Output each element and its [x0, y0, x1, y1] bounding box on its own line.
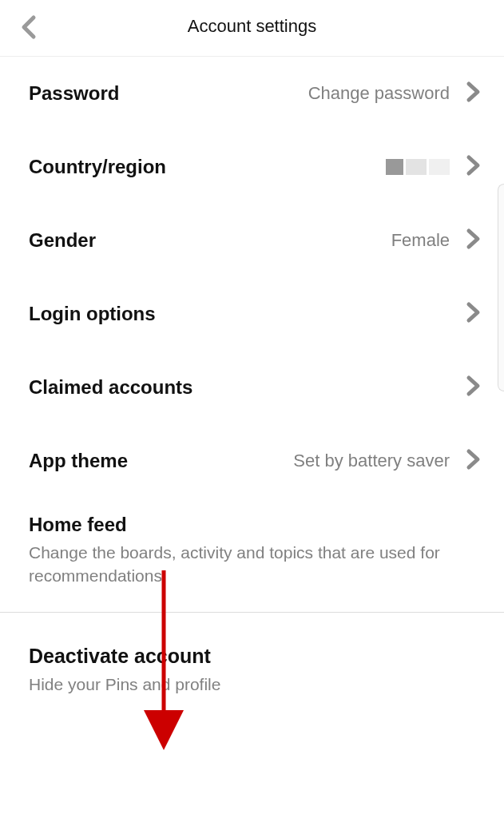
row-login-options[interactable]: Login options [0, 277, 504, 351]
row-deactivate-account[interactable]: Deactivate account Hide your Pins and pr… [0, 613, 504, 712]
chevron-left-icon [19, 14, 38, 40]
row-label: Login options [29, 303, 156, 325]
header: Account settings [0, 0, 504, 57]
row-gender[interactable]: Gender Female [0, 204, 504, 277]
row-label: Home feed [29, 514, 127, 536]
row-label: Password [29, 82, 119, 105]
chevron-right-icon [466, 375, 482, 400]
redacted-value [166, 159, 450, 175]
row-subtext: Change the boards, activity and topics t… [29, 541, 475, 588]
chevron-right-icon [466, 81, 482, 106]
row-label: App theme [29, 450, 128, 472]
row-country-region[interactable]: Country/region [0, 130, 504, 204]
row-value: Female [96, 230, 450, 251]
chevron-right-icon [466, 448, 482, 474]
row-label: Gender [29, 229, 96, 252]
row-label: Country/region [29, 156, 166, 178]
chevron-right-icon [466, 154, 482, 180]
row-label: Deactivate account [29, 645, 211, 668]
chevron-right-icon [466, 301, 482, 327]
row-value: Change password [119, 83, 450, 104]
row-value: Set by battery saver [128, 451, 450, 471]
row-subtext: Hide your Pins and profile [29, 673, 220, 696]
row-password[interactable]: Password Change password [0, 57, 504, 130]
page-title: Account settings [19, 16, 485, 37]
scroll-indicator [498, 184, 504, 391]
chevron-right-icon [466, 228, 482, 253]
settings-list: Password Change password Country/region … [0, 57, 504, 712]
row-home-feed[interactable]: Home feed Change the boards, activity an… [0, 498, 504, 612]
row-app-theme[interactable]: App theme Set by battery saver [0, 424, 504, 498]
back-button[interactable] [19, 14, 38, 43]
row-claimed-accounts[interactable]: Claimed accounts [0, 351, 504, 424]
row-label: Claimed accounts [29, 376, 192, 399]
